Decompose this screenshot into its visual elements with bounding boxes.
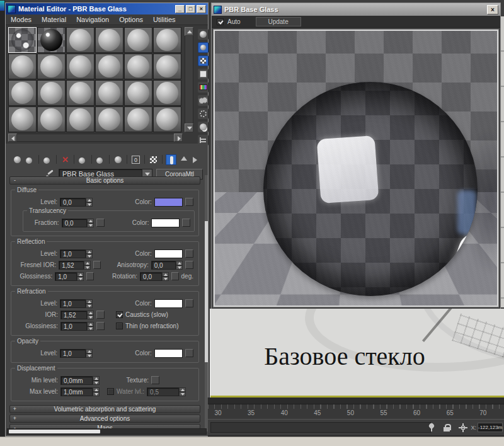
material-sample-slot[interactable]: [124, 54, 152, 79]
reflection-glossiness-spinner[interactable]: 1,0: [55, 272, 84, 281]
backlight-button[interactable]: [198, 42, 209, 53]
rotation-map-slot[interactable]: [171, 272, 179, 280]
scene-viewport[interactable]: Базовое стекло: [210, 309, 504, 397]
water-level-checkbox[interactable]: [107, 388, 114, 395]
material-sample-slot[interactable]: [153, 106, 181, 132]
material-sample-slot[interactable]: [124, 27, 152, 53]
menu-options[interactable]: Options: [114, 16, 148, 23]
scroll-right-button[interactable]: [174, 134, 183, 142]
refraction-level-spinner[interactable]: 1,0: [60, 299, 93, 308]
max-level-spinner[interactable]: 1,0mm: [60, 387, 100, 396]
material-sample-slot[interactable]: [8, 27, 37, 53]
x-coordinate-field[interactable]: -122,123m: [478, 423, 503, 432]
transform-typein-icon[interactable]: [459, 423, 467, 432]
ior-spinner[interactable]: 1,52: [60, 311, 94, 319]
ior-map-slot[interactable]: [96, 311, 105, 319]
go-to-parent-button[interactable]: [178, 154, 189, 165]
material-map-navigator-button[interactable]: [198, 135, 209, 146]
material-sample-slot[interactable]: [153, 27, 181, 53]
time-ruler[interactable]: 303540455055606570: [208, 404, 504, 419]
expand-icon[interactable]: +: [12, 406, 18, 412]
close-button[interactable]: ×: [197, 5, 206, 13]
minimize-button[interactable]: _: [175, 5, 185, 13]
material-sample-slot[interactable]: [153, 80, 181, 106]
fresnel-map-slot[interactable]: [93, 261, 101, 269]
sample-horizontal-scrollbar[interactable]: [8, 134, 183, 142]
make-material-copy-button[interactable]: [77, 154, 88, 165]
sample-vertical-scrollbar[interactable]: [185, 27, 193, 132]
show-end-result-button[interactable]: [166, 154, 176, 165]
material-sample-slot[interactable]: [95, 27, 123, 53]
put-to-library-button[interactable]: [113, 154, 123, 165]
translucency-fraction-spinner[interactable]: 0,0: [62, 219, 94, 227]
fresnel-ior-spinner[interactable]: 1,52: [59, 261, 91, 270]
options-button[interactable]: [198, 108, 209, 119]
material-sample-slot[interactable]: [37, 54, 66, 79]
auto-checkbox[interactable]: [217, 18, 224, 25]
scroll-down-button[interactable]: [185, 123, 193, 132]
menu-material[interactable]: Material: [37, 16, 71, 23]
min-level-spinner[interactable]: 0,0mm: [60, 376, 100, 385]
expand-icon[interactable]: +: [12, 416, 18, 421]
menu-modes[interactable]: Modes: [6, 16, 37, 23]
assign-material-button[interactable]: [42, 154, 53, 165]
material-sample-slot[interactable]: [37, 27, 66, 53]
water-level-spinner[interactable]: 0,5: [147, 387, 186, 396]
go-forward-sibling-button[interactable]: [191, 154, 202, 165]
refraction-color-swatch[interactable]: [154, 299, 183, 308]
thin-checkbox[interactable]: [116, 323, 123, 329]
show-in-viewport-button[interactable]: [148, 154, 159, 165]
scrollbar-thumb[interactable]: [205, 221, 208, 362]
material-sample-slot[interactable]: [66, 54, 94, 79]
background-button[interactable]: [198, 55, 209, 66]
generate-preview-button[interactable]: [198, 95, 209, 106]
lock-icon[interactable]: [442, 423, 451, 432]
rotation-spinner[interactable]: 0,0: [140, 272, 169, 281]
material-sample-slot[interactable]: [124, 80, 152, 106]
preview-titlebar[interactable]: PBR Base Glass ×: [212, 3, 500, 16]
material-sample-slot[interactable]: [153, 54, 181, 79]
material-sample-slot[interactable]: [37, 80, 66, 106]
video-color-check-button[interactable]: [198, 82, 209, 93]
rollout-advanced[interactable]: + Advanced options: [9, 415, 200, 423]
material-sample-slot[interactable]: [66, 80, 94, 106]
editor-bottom-scrollbar[interactable]: [7, 428, 207, 435]
collapse-icon[interactable]: -: [12, 178, 18, 183]
reflection-glossiness-map-slot[interactable]: [86, 272, 94, 280]
refraction-color-map-slot[interactable]: [185, 299, 193, 307]
diffuse-color-map-slot[interactable]: [185, 198, 193, 206]
material-sample-slot[interactable]: [66, 27, 94, 53]
diffuse-color-swatch[interactable]: [154, 198, 183, 207]
material-sample-slot[interactable]: [124, 106, 152, 132]
scrollbar-thumb[interactable]: [9, 430, 100, 433]
reflection-color-map-slot[interactable]: [185, 249, 193, 258]
material-id-channel-button[interactable]: 0: [130, 154, 141, 165]
translucency-color-swatch[interactable]: [151, 219, 180, 227]
reflection-level-spinner[interactable]: 1,0: [60, 249, 93, 258]
make-unique-button[interactable]: [95, 154, 106, 165]
anisotropy-spinner[interactable]: 0,0: [151, 261, 183, 270]
material-sample-slot[interactable]: [8, 106, 37, 132]
material-sample-slot[interactable]: [8, 80, 37, 106]
rollout-scrollbar[interactable]: [205, 175, 208, 432]
preview-close-button[interactable]: ×: [487, 5, 498, 14]
material-sample-slot[interactable]: [95, 80, 123, 106]
opacity-color-swatch[interactable]: [154, 349, 183, 358]
get-material-button[interactable]: [12, 154, 23, 165]
material-editor-titlebar[interactable]: Material Editor - PBR Base Glass _ □ ×: [6, 3, 208, 14]
prompt-field[interactable]: [210, 422, 431, 433]
material-sample-slot[interactable]: [8, 54, 37, 79]
material-sample-slot[interactable]: [66, 106, 94, 132]
caustics-checkbox[interactable]: [116, 311, 123, 318]
scroll-up-button[interactable]: [185, 27, 193, 36]
scroll-left-button[interactable]: [8, 134, 17, 142]
pin-icon[interactable]: [427, 423, 436, 432]
reset-map-button[interactable]: ✕: [60, 154, 71, 165]
material-sample-slot[interactable]: [95, 54, 123, 79]
opacity-level-spinner[interactable]: 1,0: [60, 349, 93, 358]
translucency-color-map-slot[interactable]: [182, 219, 190, 227]
anisotropy-map-slot[interactable]: [185, 261, 193, 269]
opacity-color-map-slot[interactable]: [185, 349, 193, 357]
update-button[interactable]: Update: [256, 17, 301, 26]
diffuse-level-spinner[interactable]: 0,0: [60, 198, 93, 207]
